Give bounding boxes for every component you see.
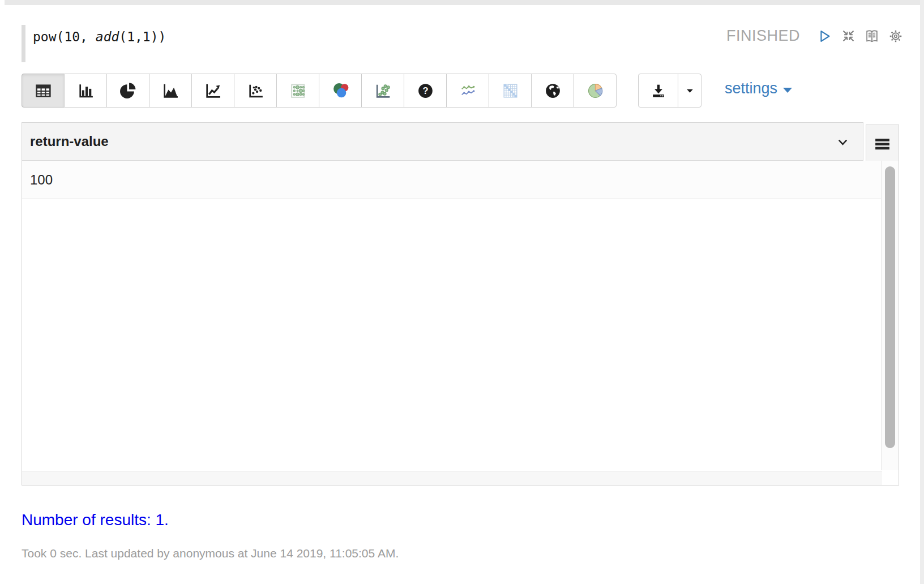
pie-colored-icon — [586, 81, 605, 100]
viz-button-help[interactable]: ? — [404, 74, 447, 108]
download-button[interactable] — [638, 74, 678, 108]
viz-button-heatmap[interactable] — [489, 74, 532, 108]
settings-link[interactable]: settings — [725, 80, 792, 97]
area-chart-icon — [161, 81, 180, 100]
svg-text:?: ? — [422, 85, 428, 96]
gear-icon — [888, 28, 904, 44]
code-segment: (1,1)) — [119, 29, 166, 44]
bar-chart-icon — [76, 81, 95, 100]
horizontal-scrollbar[interactable] — [22, 471, 882, 485]
collapse-button[interactable] — [840, 28, 857, 45]
viz-button-bubble-grid[interactable] — [276, 74, 319, 108]
table-icon — [34, 81, 53, 100]
download-button-group — [638, 74, 701, 108]
line-chart-icon — [204, 81, 223, 100]
scatter-icon — [246, 81, 265, 100]
grid-menu-button[interactable] — [866, 124, 899, 164]
code-editor[interactable]: pow(10, add(1,1)) — [22, 25, 166, 62]
column-title: return-value — [30, 134, 109, 149]
code-segment: pow(10, — [33, 29, 96, 44]
status-badge: FINISHED — [726, 27, 800, 45]
viz-button-line-chart[interactable] — [191, 74, 234, 108]
paragraph-top-divider — [5, 0, 924, 5]
heatmap-grid-icon — [501, 81, 520, 100]
paragraph-controls — [809, 28, 904, 45]
table-column-header[interactable]: return-value — [22, 122, 863, 161]
pie-chart-icon — [119, 81, 138, 100]
viz-button-pie-chart[interactable] — [106, 74, 149, 108]
run-button[interactable] — [816, 28, 833, 45]
table-body: 100 — [22, 161, 899, 486]
viz-button-bar-chart[interactable] — [64, 74, 107, 108]
viz-button-globe[interactable] — [531, 74, 574, 108]
globe-icon — [544, 81, 562, 100]
viz-button-scatter-green[interactable] — [361, 74, 404, 108]
scatter-green-icon — [374, 81, 392, 100]
trend-lines-icon — [459, 81, 477, 100]
chevron-down-icon[interactable] — [836, 136, 849, 151]
show-editor-button[interactable] — [863, 28, 880, 45]
viz-button-trend-lines[interactable] — [446, 74, 489, 108]
page-scroll-gutter — [920, 0, 924, 584]
table-cell-value: 100 — [30, 172, 53, 188]
vertical-scrollbar-thumb[interactable] — [885, 166, 895, 448]
settings-caret-icon — [783, 88, 792, 93]
code-gutter-bar — [22, 25, 25, 62]
hamburger-icon — [874, 135, 891, 153]
caret-down-icon — [686, 87, 694, 95]
download-options-button[interactable] — [678, 74, 701, 108]
paragraph-footer-status: Took 0 sec. Last updated by anonymous at… — [22, 547, 399, 560]
code-text: pow(10, add(1,1)) — [33, 29, 166, 62]
vertical-scrollbar[interactable] — [881, 161, 899, 470]
zeppelin-paragraph: pow(10, add(1,1)) FINISHED ? settings re… — [0, 0, 924, 584]
results-summary: Number of results: 1. — [22, 511, 169, 529]
book-icon — [864, 28, 880, 44]
viz-button-table[interactable] — [22, 74, 65, 108]
visualization-toolbar: ? — [22, 74, 617, 108]
code-segment: add — [96, 29, 119, 44]
download-icon — [650, 82, 667, 99]
play-icon — [816, 28, 832, 44]
paragraph-settings-button[interactable] — [887, 28, 904, 45]
viz-button-scatter-chart[interactable] — [234, 74, 277, 108]
viz-button-area-chart[interactable] — [149, 74, 192, 108]
viz-button-venn-diagram[interactable] — [319, 74, 362, 108]
compress-icon — [841, 28, 856, 44]
settings-label: settings — [725, 80, 777, 97]
table-row: 100 — [22, 161, 882, 199]
bubble-grid-icon — [289, 81, 307, 100]
venn-icon — [331, 81, 350, 100]
viz-button-pie-colored[interactable] — [574, 74, 617, 108]
help-icon: ? — [416, 81, 435, 100]
paragraph-status-row: FINISHED — [726, 27, 904, 45]
